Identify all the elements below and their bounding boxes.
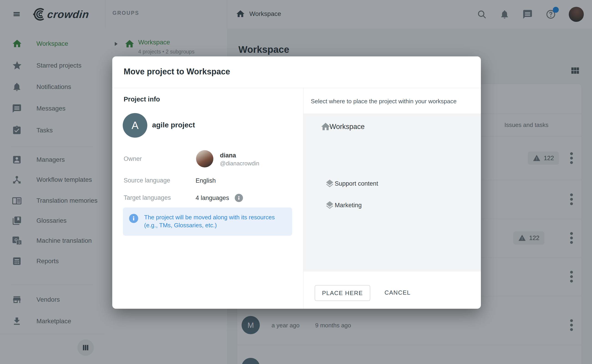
move-project-modal: Move project to Workspace Project info A… <box>112 56 481 309</box>
tree-item-marketing[interactable]: Marketing <box>304 194 481 216</box>
layers-icon <box>325 179 334 188</box>
project-name: agile project <box>152 121 195 129</box>
owner-name: diana <box>220 152 236 159</box>
layers-icon <box>325 201 334 210</box>
divider <box>112 88 481 88</box>
project-avatar: A <box>123 113 147 138</box>
tree-item-workspace[interactable]: Workspace <box>304 116 481 138</box>
divider <box>303 271 481 271</box>
placement-instruction: Select where to place the project within… <box>311 98 457 105</box>
target-languages-label: Target languages <box>124 194 171 201</box>
move-note-text: The project will be moved along with its… <box>144 213 281 229</box>
owner-avatar <box>196 150 213 168</box>
source-language-label: Source language <box>124 177 170 184</box>
owner-handle: @dianacrowdin <box>220 160 259 167</box>
owner-label: Owner <box>124 155 142 162</box>
cancel-button[interactable]: CANCEL <box>378 285 417 300</box>
section-title: Project info <box>124 96 160 103</box>
source-language-value: English <box>196 177 216 184</box>
modal-title: Move project to Workspace <box>124 67 230 77</box>
tree-item-support-content[interactable]: Support content <box>304 173 481 195</box>
info-icon <box>129 214 138 223</box>
target-languages-value: 4 languages <box>196 195 229 202</box>
workspace-tree: Workspace Support content Marketing <box>304 114 481 271</box>
screen: crowdin GROUPS Workspace <box>0 0 592 364</box>
info-icon[interactable] <box>235 194 243 202</box>
place-here-button[interactable]: PLACE HERE <box>315 285 370 301</box>
